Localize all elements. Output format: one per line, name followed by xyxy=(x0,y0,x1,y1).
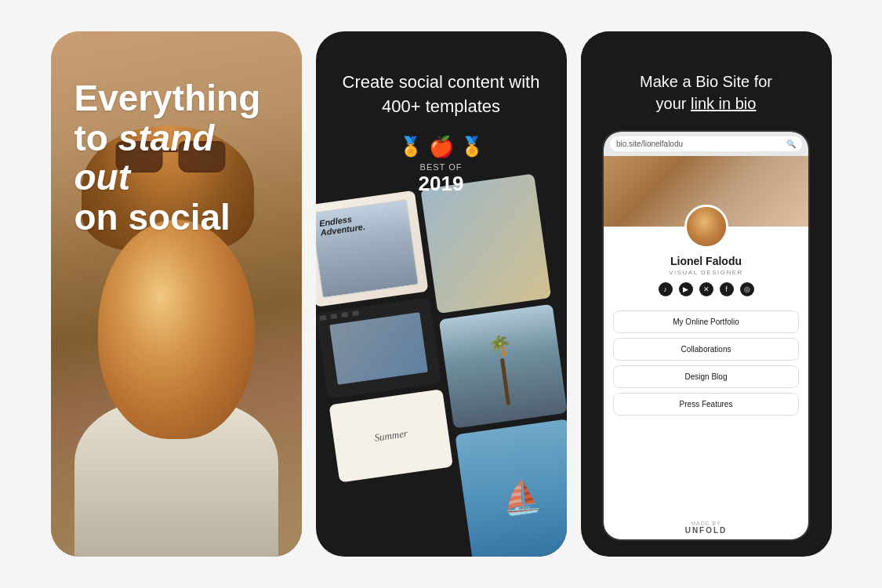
script-text: Summer xyxy=(373,427,408,445)
social-icon-youtube: ▶ xyxy=(679,282,693,296)
palm-leaves: 🌴 xyxy=(487,333,514,358)
social-icon-tiktok: ♪ xyxy=(659,282,673,296)
heading-line1: Everything xyxy=(74,78,278,118)
panel3-title: Make a Bio Site for your link in bio xyxy=(604,71,808,114)
award-year: 2019 xyxy=(419,172,464,196)
app-screenshots: Everything to stand out on social Create… xyxy=(20,0,863,588)
bio-profile-name: Lionel Falodu xyxy=(659,255,754,267)
heading-line3: on social xyxy=(74,198,278,238)
browser-bar: bio.site/lionelfalodu 🔍 xyxy=(604,132,808,156)
bio-links-list: My Online Portfolio Collaborations Desig… xyxy=(604,310,808,416)
bio-profile-title: VISUAL DESIGNER xyxy=(659,269,754,276)
bio-link-press-features[interactable]: Press Features xyxy=(613,393,799,416)
heading-highlight: stand out xyxy=(74,118,215,198)
social-icon-facebook: f xyxy=(720,282,734,296)
panel2-content: Create social content with 400+ template… xyxy=(316,31,567,557)
collage-grid: EndlessAdventure. xyxy=(316,165,567,557)
hole-2 xyxy=(330,314,337,319)
panel3-title-line2: your link in bio xyxy=(604,93,808,114)
social-icon-instagram: ◎ xyxy=(740,282,754,296)
screenshot-panel-2: Create social content with 400+ template… xyxy=(316,31,567,557)
person-face xyxy=(98,220,255,439)
panel2-header: Create social content with 400+ template… xyxy=(316,31,567,212)
hole-3 xyxy=(341,312,348,318)
screenshot-panel-3: Make a Bio Site for your link in bio bio… xyxy=(581,31,832,557)
apple-logo-icon: 🍎 xyxy=(429,135,454,159)
bio-footer: MADE BY UNFOLD xyxy=(681,516,732,539)
bio-hero-background xyxy=(604,156,808,227)
heading-line2: to stand out xyxy=(74,118,278,198)
bio-social-icons: ♪ ▶ ✕ f ◎ xyxy=(659,282,754,296)
hole-1 xyxy=(319,315,326,321)
palm-tree: 🌴 xyxy=(487,333,520,406)
bio-content: Lionel Falodu VISUAL DESIGNER ♪ ▶ ✕ f ◎ … xyxy=(604,156,808,539)
avatar-face xyxy=(687,207,726,246)
laurel-left: 🏅 xyxy=(399,136,423,158)
award-icon: 🏅 🍎 🏅 xyxy=(399,135,484,159)
award-badge: 🏅 🍎 🏅 BEST OF 2019 xyxy=(332,135,551,196)
adventure-inner: EndlessAdventure. xyxy=(316,199,419,299)
award-prefix: BEST OF xyxy=(420,162,463,172)
screenshot-panel-1: Everything to stand out on social xyxy=(51,31,302,557)
panel1-heading: Everything to stand out on social xyxy=(74,78,278,237)
hole-4 xyxy=(352,310,359,316)
template-collage: EndlessAdventure. xyxy=(316,165,567,557)
template-card-sailboat: ⛵ xyxy=(455,419,567,557)
sailboat-icon: ⛵ xyxy=(499,476,543,518)
bio-link-collaborations[interactable]: Collaborations xyxy=(613,338,799,361)
bio-link-portfolio[interactable]: My Online Portfolio xyxy=(613,310,799,333)
panel3-content: Make a Bio Site for your link in bio bio… xyxy=(581,31,832,557)
bio-link-design-blog[interactable]: Design Blog xyxy=(613,365,799,388)
url-text: bio.site/lionelfalodu xyxy=(616,140,683,148)
link-in-bio-text: link in bio xyxy=(691,95,756,112)
bio-made-by-label: MADE BY xyxy=(685,521,728,526)
social-icon-twitter: ✕ xyxy=(699,282,713,296)
bio-avatar xyxy=(684,205,728,249)
template-card-palm: 🌴 xyxy=(438,304,566,429)
panel3-header: Make a Bio Site for your link in bio xyxy=(581,31,832,130)
panel1-text: Everything to stand out on social xyxy=(74,78,278,237)
search-icon: 🔍 xyxy=(786,140,796,148)
panel2-title: Create social content with 400+ template… xyxy=(332,71,551,119)
adventure-text: EndlessAdventure. xyxy=(318,212,365,238)
template-card-script: Summer xyxy=(328,389,452,482)
palm-trunk xyxy=(499,358,510,405)
filmstrip-image xyxy=(328,312,427,385)
url-bar: bio.site/lionelfalodu 🔍 xyxy=(610,136,802,151)
bio-site-mockup: bio.site/lionelfalodu 🔍 Lionel Falodu VI… xyxy=(602,130,810,541)
template-card-filmstrip xyxy=(316,297,441,398)
bio-brand-name: UNFOLD xyxy=(685,526,728,535)
panel3-title-line1: Make a Bio Site for xyxy=(604,71,808,93)
laurel-right: 🏅 xyxy=(460,136,484,158)
